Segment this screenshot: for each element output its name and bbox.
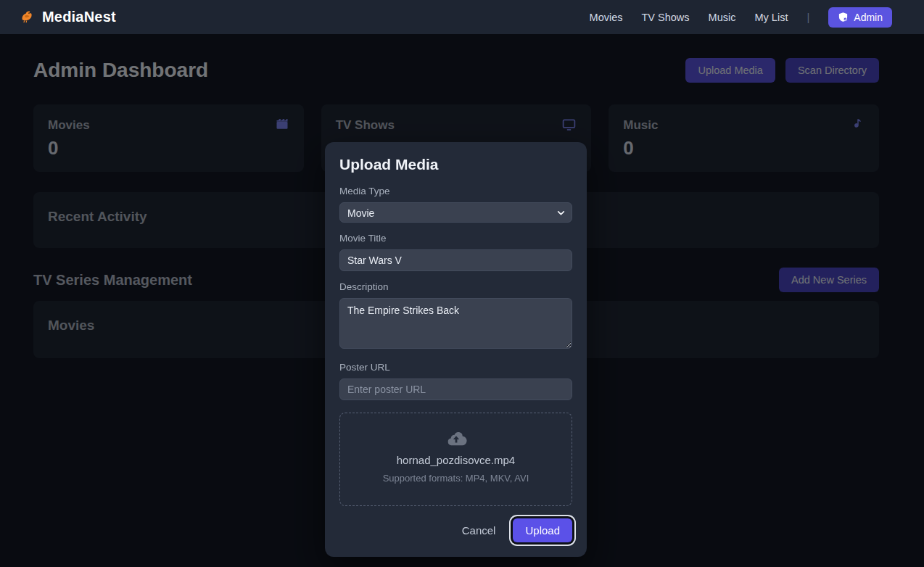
admin-button[interactable]: Admin: [828, 7, 892, 28]
nav-link-my-list[interactable]: My List: [754, 12, 788, 23]
bird-logo-icon: [19, 9, 36, 25]
navbar: MediaNest Movies TV Shows Music My List …: [0, 0, 924, 34]
poster-url-input[interactable]: [339, 378, 572, 400]
admin-button-label: Admin: [854, 12, 883, 23]
cancel-button[interactable]: Cancel: [462, 524, 496, 537]
user-shield-icon: [838, 12, 849, 22]
movie-title-input[interactable]: [339, 249, 572, 271]
modal-footer: Cancel Upload: [339, 518, 572, 542]
cloud-upload-icon: [445, 431, 467, 450]
nav-link-movies[interactable]: Movies: [590, 12, 623, 23]
modal-title: Upload Media: [339, 156, 572, 173]
file-dropzone[interactable]: hornad_pozdisovce.mp4 Supported formats:…: [339, 413, 572, 506]
upload-button[interactable]: Upload: [513, 518, 572, 542]
poster-url-label: Poster URL: [339, 362, 572, 373]
brand-name: MediaNest: [42, 9, 116, 25]
media-type-select[interactable]: Movie: [339, 202, 572, 223]
media-type-label: Media Type: [339, 186, 572, 196]
nav-links: Movies TV Shows Music My List | Admin: [590, 7, 892, 28]
brand[interactable]: MediaNest: [19, 9, 116, 25]
movie-title-label: Movie Title: [339, 233, 572, 244]
description-textarea[interactable]: The Empire Strikes Back: [339, 298, 572, 349]
dropzone-formats: Supported formats: MP4, MKV, AVI: [347, 473, 564, 484]
dropzone-filename: hornad_pozdisovce.mp4: [347, 454, 564, 466]
description-label: Description: [339, 281, 572, 292]
upload-media-modal: Upload Media Media Type Movie Movie Titl…: [325, 142, 587, 557]
nav-link-music[interactable]: Music: [709, 12, 736, 23]
nav-link-tv-shows[interactable]: TV Shows: [642, 12, 690, 23]
media-type-select-wrap: Movie: [339, 202, 572, 223]
nav-separator: |: [807, 11, 809, 23]
